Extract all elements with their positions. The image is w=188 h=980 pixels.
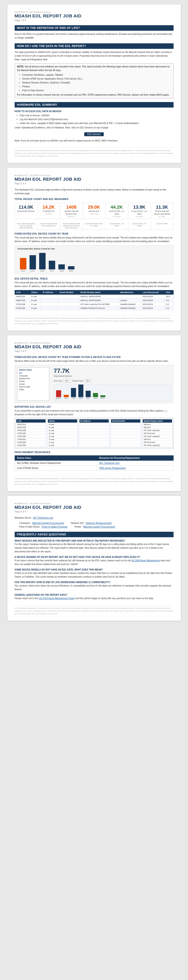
- filter-other[interactable]: Other: [19, 388, 47, 391]
- mi-cam-link[interactable]: MI CAM Asset Management: [131, 559, 160, 562]
- us-cog-link[interactable]: US-COG Asset Management Team: [39, 597, 74, 600]
- proc-link-1[interactable]: PMS Server Replacement: [99, 467, 126, 469]
- bar-2026: 2026: [39, 253, 46, 272]
- stat-label-6: devices that will remain operational: [153, 210, 172, 216]
- stat-sublabel-6: 0+ TBD: [153, 216, 172, 218]
- device-class-filter: Device Class All Computer Network (IP) P…: [17, 368, 49, 401]
- stat-icon-1: Count of devices that are currently EOL: [38, 222, 60, 230]
- faq-heading: FREQUENTLY ASKED QUESTIONS: [15, 532, 174, 537]
- note-list-item: Computers (Desktops, Laptops, Tablets): [22, 73, 171, 77]
- export-col-status: Status In use In use In use In use In us…: [48, 419, 77, 447]
- org-name-2: MARRIOTT INTERNATIONAL: [15, 174, 174, 177]
- page-4: MARRIOTT INTERNATIONAL MDASH EOL REPORT …: [7, 495, 181, 621]
- th-model: Model Display Name: [79, 290, 119, 294]
- page-1-footer: 2025 Marriott International: Confidentia…: [15, 148, 174, 158]
- proc-row-1: Linux FOSSE Server PMS Server Replacemen…: [15, 466, 173, 471]
- device-type-dropdown[interactable]: All ▾: [85, 379, 92, 383]
- note-list-item: Network Devices (Routers, Switches, Fire…: [22, 81, 171, 84]
- th-last-disc: Last Discovered: [141, 290, 165, 294]
- big-discovered-num: 77.7K: [54, 368, 171, 374]
- link-printer-url[interactable]: Marriott Insight Procurement: [83, 525, 115, 528]
- filter-all[interactable]: All: [19, 372, 47, 374]
- page-2-intro: The Hardware EOL Summary page provides a…: [15, 188, 174, 196]
- faq-a-2: If there is an EOL date identified with …: [15, 571, 174, 579]
- faq-1: A DEVICE SHOWED UP ON MY REPORT, BUT WE …: [15, 556, 174, 566]
- filter-printer[interactable]: Printer: [19, 380, 47, 383]
- th-serial: Serial Number: [58, 290, 79, 294]
- stat-num-1: 14.2K: [39, 205, 58, 210]
- th-ip: IP Address: [41, 290, 58, 294]
- faq-2: SOME DEVICE MODELS DO NOT HAVE AN EOL DA…: [15, 568, 174, 579]
- export-col-serial: Serial Number: [111, 419, 141, 447]
- org-name-3: MARRIOTT INTERNATIONAL: [15, 342, 174, 344]
- table-row: 06457103 In use MIHUAL 0000G33405 Lenovo…: [15, 298, 173, 302]
- stat-byeoy: 1408 devices that will become EOL BY EOY: [60, 203, 83, 219]
- note-text: Not all devices and initiatives are incl…: [17, 65, 170, 72]
- procurement-table: Device Class Resource for Procuring Repl…: [15, 455, 174, 471]
- th-port: Port: [165, 290, 173, 294]
- section-eol-def-heading: WHAT IS THE DEFINITION OF END OF LIFE?: [15, 25, 174, 31]
- bar-2024: 2024: [20, 258, 26, 272]
- table-row: 07001298 In use HP Color LaserJet Pro M4…: [15, 302, 173, 306]
- access-step-1: Click Link to Access: mDASH: [20, 113, 174, 118]
- eol-detail-table: O-ID Status IP Address Serial Number Mod…: [15, 290, 174, 310]
- stat-eol: 14.2K Currently EOL BY EOL: [38, 203, 60, 219]
- filter-server[interactable]: Server: [19, 383, 47, 385]
- page-3-header: MARRIOTT INTERNATIONAL MDASH EOL REPORT …: [15, 342, 174, 352]
- filter-bar-byeol: By EOL: [56, 390, 62, 399]
- faq-a-4: Please reach out to the US-COG Asset Man…: [15, 597, 174, 600]
- faq-q-1: A DEVICE SHOWED UP ON MY REPORT, BUT WE …: [15, 556, 174, 558]
- proc-th-resource: Resource for Procuring Replacement: [97, 455, 173, 460]
- eol-devices-button[interactable]: EOL Devices: [84, 132, 104, 136]
- eol-year-dropdown[interactable]: All ▾: [64, 379, 71, 383]
- page-4-footer: 2025 Marriott International: Confidentia…: [15, 605, 174, 615]
- windows-server-link[interactable]: AIX T3GServer.com: [33, 517, 53, 519]
- stat-sublabel-2: BY EOY: [62, 216, 81, 218]
- proc-link-0[interactable]: AIX T3GServer.com: [99, 462, 120, 464]
- forecast-chart: Forecasted EOL Device Count by Year 2024…: [15, 245, 174, 274]
- page-2: MARRIOTT INTERNATIONAL MDASH EOL REPORT …: [7, 167, 181, 331]
- filter-network[interactable]: Network (IP): [19, 377, 47, 380]
- stat-num-3: 29.0K: [85, 205, 104, 210]
- page-2-footer: 2025 Marriott International: Confidentia…: [15, 315, 174, 325]
- stat-label-2: devices that will become EOL: [62, 210, 81, 216]
- page-1-title: MDASH EOL REPORT JOB AID: [15, 14, 174, 19]
- windows-server-section: Windows Server AIX T3GServer.com Compute…: [15, 516, 174, 528]
- detail-table-heading: EOL DEVICE DETAIL TABLE: [15, 277, 174, 280]
- filter-pos[interactable]: Point of Sale: [19, 385, 47, 388]
- stat-sublabel-5: 5+ Years: [130, 216, 149, 218]
- th-status: Status: [30, 290, 41, 294]
- stat-num-4: 44.2K: [107, 205, 126, 210]
- stat-icon-6: Count of TBD: [151, 222, 173, 230]
- big-num-label: Discovered Devices: [54, 375, 72, 377]
- stat-num-2: 1408: [62, 205, 81, 210]
- link-pos: Point of Sale Device Point of Sales Prog…: [19, 525, 68, 528]
- stat-label-4: Count of EOL, 0-1 Years: [107, 210, 126, 216]
- filter-bar-2027: 2027: [85, 391, 91, 399]
- bar-2027: 2027: [49, 261, 55, 272]
- section-hw-summary-heading: HARDWARE EOL SUMMARY: [15, 102, 174, 108]
- link-computers-url[interactable]: Marriott Insight Procurement: [32, 522, 64, 524]
- faq-q-0: WHAT DEVICES ARE REFLECTED IN THIS REPOR…: [15, 539, 174, 542]
- filter-computer[interactable]: Computer: [19, 374, 47, 377]
- link-network-url[interactable]: Network Replacements: [85, 522, 112, 524]
- link-list: Computers Marriott Insight Procurement N…: [19, 522, 174, 528]
- stat-sublabel-1: BY EOL: [39, 213, 58, 215]
- page-3: MARRIOTT INTERNATIONAL MDASH EOL REPORT …: [7, 335, 181, 492]
- filter-heading: FORECASTED EOL DEVICE COUNT BY YEAR DYNA…: [15, 356, 174, 358]
- link-network: Network (IP) Network Replacements: [71, 522, 112, 524]
- stat-2-4-years: 44.2K Count of EOL, 0-1 Years 2-4 Years: [106, 203, 128, 219]
- note-list: Computers (Desktops, Laptops, Tablets) S…: [22, 73, 171, 92]
- export-col-model: Model Display Name MIHUAL MIHUAL HP Colo…: [143, 419, 172, 447]
- org-name-4: MARRIOTT INTERNATIONAL: [15, 502, 174, 505]
- windows-server-label: Windows Server AIX T3GServer.com: [15, 516, 174, 520]
- how-to-access-heading: HOW TO ACCESS EOL DATA IN mDASH: [15, 110, 174, 113]
- table-row: 07001292 In use Hewlett Packard ProCurve…: [15, 306, 173, 310]
- access-step-3: Under the menu, navigate to MGS splash p…: [20, 121, 174, 125]
- forecast-desc: This visual will give you the device det…: [15, 236, 174, 243]
- link-pos-url[interactable]: Point of Sales Program: [42, 525, 68, 528]
- stat-icon-4: Count of EOL, 2-4 Years: [106, 222, 128, 230]
- page-4-title: MDASH EOL REPORT JOB AID: [15, 505, 174, 510]
- bar-2029: 2029: [68, 266, 74, 272]
- note-extra: For information on device classes that a…: [17, 93, 171, 97]
